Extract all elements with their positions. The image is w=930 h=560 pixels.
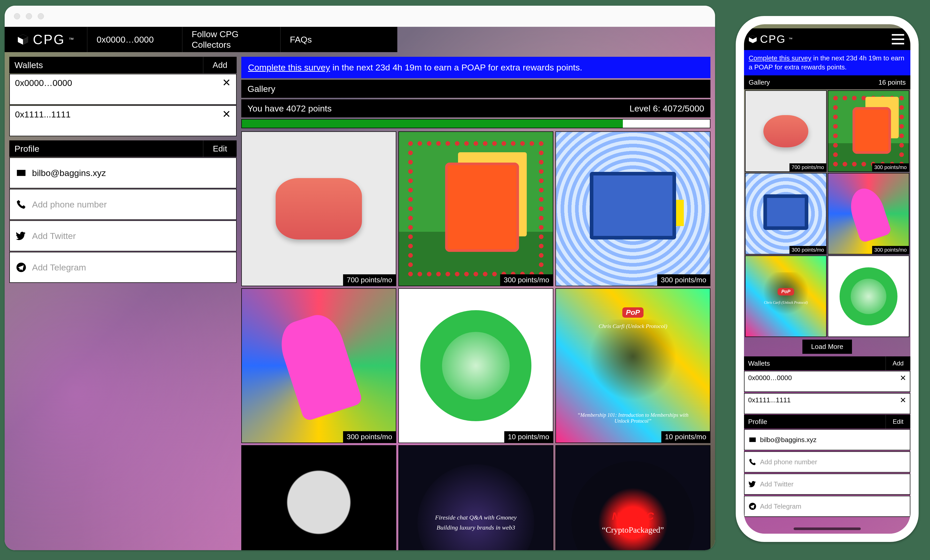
profile-phone-placeholder: Add phone number [32, 199, 107, 210]
gallery-level: Level 6: 4072/5000 [624, 99, 710, 117]
profile-email-row[interactable]: bilbo@baggins.xyz [9, 157, 237, 189]
card-art [399, 289, 553, 443]
mobile-profile-title: Profile [744, 415, 885, 429]
profile-twitter-placeholder: Add Twitter [32, 231, 76, 241]
hamburger-menu-button[interactable] [892, 34, 904, 44]
mobile-wallets-title: Wallets [744, 356, 885, 370]
gallery-card[interactable]: 300 points/mo [398, 131, 553, 286]
mobile-profile-phone-row[interactable]: Add phone number [744, 451, 910, 473]
phone-screen: CPG™ Complete this survey in the next 23… [744, 24, 910, 534]
mobile-survey-link[interactable]: Complete this survey [749, 54, 811, 62]
card-overlay: Fireside chat Q&A with GmoneyBuilding lu… [399, 446, 553, 550]
brand-name: CPG [33, 32, 65, 47]
mobile-remove-wallet-button[interactable]: ✕ [900, 396, 906, 405]
mobile-profile-phone-placeholder: Add phone number [760, 458, 817, 466]
nav-wallet-address[interactable]: 0x0000…0000 [87, 27, 182, 52]
points-badge: 300 points/mo [343, 431, 396, 443]
card-art [399, 132, 553, 286]
mobile-profile-telegram-placeholder: Add Telegram [760, 502, 801, 511]
traffic-light-max[interactable] [38, 13, 44, 19]
mobile-gallery-title: Gallery [749, 78, 770, 86]
gallery-card[interactable]: 10 points/mo [398, 288, 553, 443]
mobile-gallery-card[interactable]: 700 points/mo [745, 91, 827, 172]
gallery-header-row: Gallery [241, 80, 710, 98]
gallery-card[interactable]: 300 points/mo [556, 131, 710, 286]
mobile-profile-telegram-row[interactable]: Add Telegram [744, 496, 910, 517]
level-progress-bar [241, 119, 710, 128]
mobile-brand-tm: ™ [788, 37, 793, 41]
top-nav: CPG™ 0x0000…0000 Follow CPG Collectors F… [5, 27, 397, 52]
card-overlay: PoPChris Carfi (Unlock Protocol)“Members… [556, 289, 710, 443]
survey-link[interactable]: Complete this survey [248, 63, 330, 72]
profile-telegram-row[interactable]: Add Telegram [9, 252, 237, 283]
points-badge: 300 points/mo [872, 163, 909, 171]
cube-icon [17, 33, 29, 46]
dynamic-island [800, 29, 854, 42]
phone-icon [749, 458, 756, 466]
mobile-gallery-card[interactable]: 300 points/mo [745, 173, 827, 255]
wallet-entry[interactable]: 0x1111...1111 ✕ [9, 105, 237, 136]
level-progress-fill [242, 120, 623, 128]
brand-logo[interactable]: CPG™ [5, 27, 87, 52]
nav-faqs-link[interactable]: FAQs [280, 27, 371, 52]
card-art [242, 289, 396, 443]
wallets-add-button[interactable]: Add [203, 57, 237, 73]
gallery-grid: 700 points/mo300 points/mo300 points/mo3… [241, 131, 710, 550]
mobile-gallery-card[interactable]: 300 points/mo [828, 173, 909, 255]
remove-wallet-button[interactable]: ✕ [222, 109, 231, 119]
mobile-brand-name: CPG [760, 33, 786, 45]
telegram-icon [749, 502, 756, 510]
gallery-card[interactable] [241, 445, 396, 550]
twitter-icon [16, 231, 26, 241]
wallet-entry[interactable]: 0x0000…0000 ✕ [9, 74, 237, 105]
mobile-remove-wallet-button[interactable]: ✕ [900, 373, 906, 382]
gallery-card[interactable]: 700 points/mo [241, 131, 396, 286]
mobile-profile-email-row[interactable]: bilbo@baggins.xyz [744, 429, 910, 450]
points-badge: 10 points/mo [661, 431, 710, 443]
traffic-light-close[interactable] [14, 13, 20, 19]
mobile-profile-edit-button[interactable]: Edit [885, 415, 910, 429]
side-panel: Wallets Add 0x0000…0000 ✕ 0x1111...1111 … [9, 57, 237, 550]
mobile-gallery-card[interactable]: PoPChris Carfi (Unlock Protocol) [745, 255, 827, 337]
main-panel: Complete this survey in the next 23d 4h … [241, 57, 710, 550]
mobile-wallet-address: 0x1111...1111 [748, 396, 791, 404]
gallery-card[interactable]: NFTNYC“CryptoPackaged” [556, 445, 710, 550]
survey-banner-rest: in the next 23d 4h 19m to earn a POAP fo… [330, 63, 582, 72]
browser-titlebar [5, 6, 715, 27]
nav-follow-link[interactable]: Follow CPG Collectors [182, 27, 280, 52]
profile-twitter-row[interactable]: Add Twitter [9, 220, 237, 252]
profile-telegram-placeholder: Add Telegram [32, 262, 86, 273]
card-art [242, 132, 396, 286]
gallery-card[interactable]: 300 points/mo [241, 288, 396, 443]
mobile-survey-banner: Complete this survey in the next 23d 4h … [744, 50, 910, 75]
profile-phone-row[interactable]: Add phone number [9, 189, 237, 220]
mobile-wallet-entry[interactable]: 0x1111...1111 ✕ [744, 393, 910, 414]
mobile-wallet-entry[interactable]: 0x0000…0000 ✕ [744, 371, 910, 392]
load-more-button[interactable]: Load More [802, 340, 852, 354]
mobile-gallery-card[interactable]: 300 points/mo [828, 91, 909, 172]
card-art [828, 256, 909, 336]
profile-header: Profile Edit [9, 140, 237, 157]
mobile-wallets-add-button[interactable]: Add [885, 356, 910, 370]
card-art [745, 173, 826, 254]
mobile-wallets-header: Wallets Add [744, 356, 910, 370]
mobile-brand-logo[interactable]: CPG™ [748, 33, 793, 45]
card-art [828, 91, 909, 171]
wallets-header: Wallets Add [9, 57, 237, 73]
cube-icon [748, 35, 758, 44]
points-badge: 300 points/mo [790, 246, 826, 254]
points-badge: 300 points/mo [657, 274, 710, 286]
email-icon [16, 168, 26, 178]
gallery-card[interactable]: Fireside chat Q&A with GmoneyBuilding lu… [398, 445, 553, 550]
traffic-light-min[interactable] [26, 13, 32, 19]
points-badge: 300 points/mo [872, 246, 909, 254]
card-art [745, 91, 826, 171]
remove-wallet-button[interactable]: ✕ [222, 77, 231, 88]
mobile-profile-twitter-placeholder: Add Twitter [760, 480, 794, 488]
mobile-profile-twitter-row[interactable]: Add Twitter [744, 474, 910, 495]
mobile-points-badge: 16 points [878, 78, 906, 86]
card-overlay: NFTNYC“CryptoPackaged” [556, 446, 710, 550]
profile-edit-button[interactable]: Edit [203, 140, 237, 157]
mobile-gallery-card[interactable] [828, 255, 909, 337]
gallery-card[interactable]: PoPChris Carfi (Unlock Protocol)“Members… [556, 288, 710, 443]
